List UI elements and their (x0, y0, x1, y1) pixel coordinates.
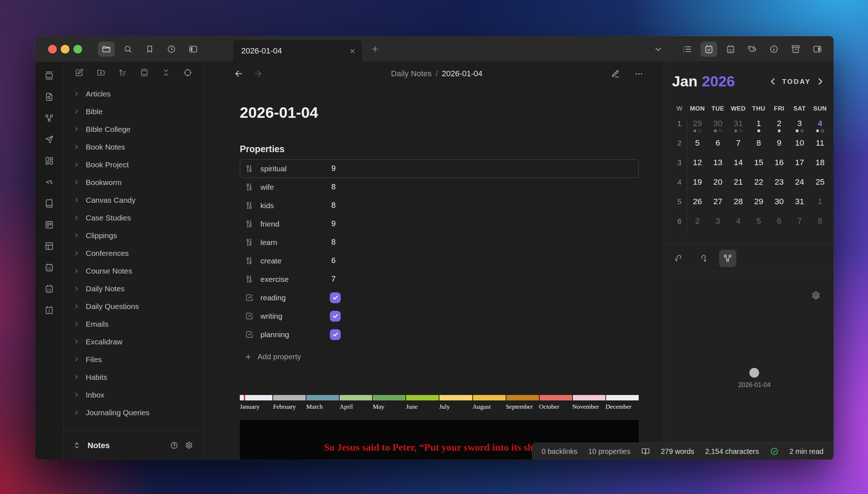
folder-item-book-notes[interactable]: Book Notes (73, 138, 200, 156)
month-segment-january[interactable] (240, 395, 272, 400)
month-segment-february[interactable] (273, 395, 306, 400)
calendar-day-9[interactable]: 9 (769, 138, 790, 157)
breadcrumb[interactable]: Daily Notes/2026-01-04 (263, 69, 611, 78)
vault-switcher-icon[interactable] (73, 441, 81, 450)
quick-switcher-ribbon[interactable] (44, 71, 54, 80)
property-value[interactable]: 9 (328, 219, 336, 228)
folder-item-book-project[interactable]: Book Project (73, 156, 200, 173)
property-key[interactable]: 0110learn (240, 238, 328, 247)
calendar-day-8[interactable]: 8 (749, 138, 769, 157)
property-row-learn[interactable]: 0110learn8 (240, 233, 639, 252)
property-row-planning[interactable]: planning (240, 325, 639, 344)
folder-item-canvas-candy[interactable]: Canvas Candy (73, 191, 200, 209)
sync-check-icon[interactable] (770, 447, 779, 456)
property-row-spiritual[interactable]: 0110spiritual9 (240, 159, 639, 178)
property-key[interactable]: 0110create (240, 257, 328, 265)
daily-note-ribbon[interactable]: 1 (44, 305, 54, 315)
calendar-today-button[interactable]: TODAY (782, 78, 811, 86)
incoming-links-tab[interactable] (670, 250, 687, 267)
calendar-day-31[interactable]: 31 (728, 118, 749, 138)
layout-ribbon[interactable] (44, 241, 54, 251)
property-value[interactable]: 8 (328, 182, 336, 192)
property-key[interactable]: 0110kids (240, 201, 328, 210)
calendar-day-15[interactable]: 15 (749, 157, 769, 177)
calendar-prev-icon[interactable] (768, 77, 778, 86)
calendar-day-22[interactable]: 22 (749, 177, 769, 196)
folder-item-bookworm[interactable]: Bookworm (73, 173, 200, 191)
calendar-check-button[interactable] (701, 42, 717, 57)
calendar-day-17[interactable]: 17 (790, 157, 810, 177)
calendar-day-28[interactable]: 28 (728, 196, 749, 216)
card-view-button[interactable] (140, 68, 149, 77)
kanban-ribbon[interactable] (44, 220, 54, 229)
folder-item-articles[interactable]: Articles (73, 85, 200, 103)
calendar-day-23[interactable]: 23 (769, 177, 790, 196)
calendar-day-30[interactable]: 30 (708, 118, 728, 138)
calendar-day-19[interactable]: 19 (687, 177, 708, 196)
property-value[interactable]: 7 (328, 275, 336, 284)
help-icon[interactable] (170, 441, 178, 450)
calendar-day-20[interactable]: 20 (708, 177, 728, 196)
property-checkbox[interactable] (330, 311, 341, 322)
templater-ribbon[interactable]: <% (44, 177, 54, 187)
property-key[interactable]: reading (240, 293, 328, 302)
calendar-day-24[interactable]: 24 (790, 177, 810, 196)
outline-button[interactable] (679, 42, 695, 57)
folder-item-bible[interactable]: Bible (73, 103, 200, 120)
calendar-day-11[interactable]: 11 (810, 138, 830, 157)
files-toolbar-button[interactable] (98, 42, 115, 57)
month-segment-may[interactable] (373, 395, 405, 400)
calendar-ribbon[interactable] (44, 263, 54, 272)
folder-item-course-notes[interactable]: Course Notes (73, 262, 200, 280)
month-segment-november[interactable] (573, 395, 605, 400)
calendar-day-12[interactable]: 12 (687, 157, 708, 177)
backlinks-count[interactable]: 0 backlinks (542, 447, 578, 456)
folder-item-daily-questions[interactable]: Daily Questions (73, 297, 200, 315)
tags-button[interactable] (744, 42, 761, 57)
calendar-day-30[interactable]: 30 (769, 196, 790, 216)
local-graph-tab[interactable] (719, 250, 736, 267)
close-window-button[interactable] (48, 45, 57, 53)
search-toolbar-button[interactable] (120, 42, 136, 57)
reveal-active-file-button[interactable] (183, 68, 192, 77)
calendar-day-27[interactable]: 27 (708, 196, 728, 216)
collapse-all-button[interactable] (162, 68, 170, 77)
calendar-day-26[interactable]: 26 (687, 196, 708, 216)
breadcrumb-folder[interactable]: Daily Notes (391, 69, 431, 78)
month-segment-december[interactable] (606, 395, 639, 400)
breadcrumb-page[interactable]: 2026-01-04 (442, 69, 483, 78)
properties-count[interactable]: 10 properties (588, 447, 630, 456)
property-row-reading[interactable]: reading (240, 288, 639, 307)
graph-settings-gear-icon[interactable] (811, 291, 821, 300)
month-segment-october[interactable] (540, 395, 572, 400)
outgoing-links-tab[interactable] (694, 250, 712, 267)
calendar-day-21[interactable]: 21 (728, 177, 749, 196)
minimize-window-button[interactable] (61, 45, 69, 53)
month-segment-april[interactable] (340, 395, 372, 400)
folder-item-conferences[interactable]: Conferences (73, 244, 200, 262)
calendar-day-6[interactable]: 6 (769, 216, 790, 235)
info-button[interactable] (766, 42, 782, 57)
more-options-icon[interactable] (634, 69, 643, 78)
calendar-day-25[interactable]: 25 (810, 177, 830, 196)
property-value[interactable]: 6 (328, 256, 336, 265)
calendar-day-18[interactable]: 18 (810, 157, 830, 177)
property-row-create[interactable]: 0110create6 (240, 252, 639, 270)
folder-item-emails[interactable]: Emails (73, 315, 200, 333)
calendar-day-1[interactable]: 1 (810, 196, 830, 216)
properties-heading[interactable]: Properties (240, 144, 664, 154)
calendar-day-7[interactable]: 7 (790, 216, 810, 235)
folder-item-habits[interactable]: Habits (73, 368, 200, 386)
folder-item-bible-college[interactable]: Bible College (73, 120, 200, 138)
vault-name[interactable]: Notes (88, 441, 163, 450)
month-segment-march[interactable] (306, 395, 339, 400)
calendar-day-5[interactable]: 5 (749, 216, 769, 235)
property-checkbox[interactable] (330, 292, 341, 303)
toggle-left-sidebar-button[interactable] (185, 42, 201, 57)
month-segment-september[interactable] (506, 395, 539, 400)
property-value[interactable]: 8 (328, 201, 336, 210)
new-tab-button[interactable] (371, 45, 379, 53)
property-row-exercise[interactable]: 0110exercise7 (240, 270, 639, 288)
property-value[interactable]: 8 (328, 238, 336, 247)
archive-button[interactable] (787, 42, 804, 57)
